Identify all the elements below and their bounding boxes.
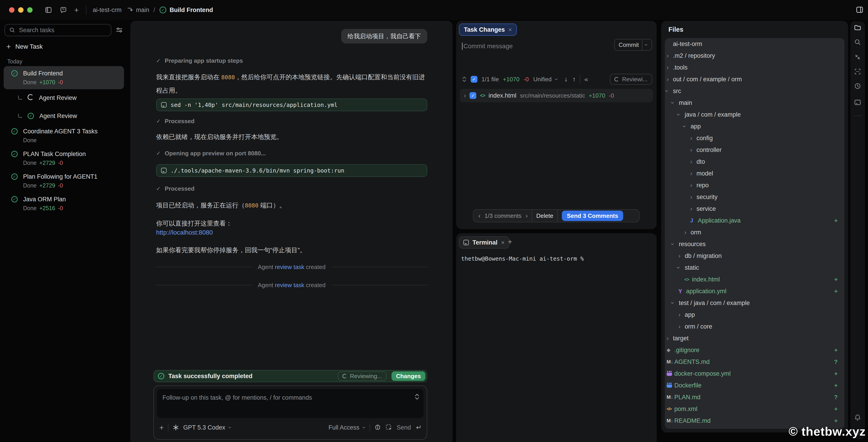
attach-icon[interactable]: + — [159, 423, 164, 432]
chevron-down-icon[interactable]: › — [678, 264, 685, 271]
command-box[interactable]: sed -n '1,40p' src/main/resources/applic… — [156, 98, 427, 111]
file-tree-row[interactable]: ›repo — [665, 179, 844, 191]
new-terminal-button[interactable]: + — [508, 237, 512, 246]
commit-message-input[interactable] — [463, 42, 590, 50]
file-tree-row[interactable]: ›resources — [665, 238, 844, 250]
file-checkbox[interactable]: ✓ — [469, 92, 476, 99]
model-selector[interactable]: GPT 5.3 Codex — [183, 424, 225, 431]
next-comment-icon[interactable]: › — [526, 212, 528, 219]
file-tree-row[interactable]: ›static — [665, 262, 844, 273]
frame-rail-icon[interactable] — [854, 68, 861, 75]
chevron-right-icon[interactable]: › — [690, 206, 696, 212]
file-tree-row[interactable]: ›main — [665, 97, 844, 109]
chevron-right-icon[interactable]: › — [666, 64, 673, 71]
tab-task-changes[interactable]: Task Changes × — [459, 24, 517, 36]
close-tab-icon[interactable]: × — [501, 239, 505, 246]
changes-button[interactable]: Changes — [392, 371, 425, 381]
file-tree-row[interactable]: <>index.html+ — [665, 273, 844, 285]
chevron-right-icon[interactable]: › — [666, 53, 673, 59]
file-tree-row[interactable]: ›config — [665, 132, 844, 144]
file-tree-row[interactable]: M↓AGENTS.md? — [665, 356, 844, 368]
reviewing-status-button[interactable]: Reviewing... — [338, 371, 387, 381]
files-rail-icon[interactable] — [854, 24, 861, 31]
reviewing-button[interactable]: Reviewi... — [610, 74, 652, 85]
new-tab-icon[interactable]: + — [74, 6, 79, 14]
next-change-icon[interactable]: ↓ — [564, 76, 567, 83]
changed-file-row[interactable]: › ✓ <> index.html src/main/resources/sta… — [460, 89, 653, 102]
file-tree-row[interactable]: ai-test-orm — [665, 38, 844, 50]
element-select-icon[interactable] — [385, 424, 393, 431]
followup-input-area[interactable] — [157, 389, 424, 418]
task-item[interactable]: ✓Java ORM PlanDone+2516-0 — [4, 193, 124, 215]
chevron-down-icon[interactable]: › — [670, 302, 676, 304]
review-task-link[interactable]: review task — [275, 282, 304, 289]
right-panel-toggle-icon[interactable] — [856, 6, 864, 13]
new-chat-icon[interactable] — [60, 6, 67, 13]
file-tree-row[interactable]: ›src — [665, 85, 844, 97]
file-tree-row[interactable]: ›dto — [665, 156, 844, 168]
chevron-down-icon[interactable]: › — [684, 123, 691, 129]
project-name[interactable]: ai-test-crm — [93, 6, 122, 13]
chevron-right-icon[interactable]: › — [684, 229, 691, 235]
file-tree-row[interactable]: docker-compose.yml+ — [665, 368, 844, 380]
chevron-right-icon[interactable]: › — [678, 253, 685, 259]
close-window-button[interactable] — [9, 7, 14, 13]
chevron-right-icon[interactable]: › — [690, 158, 696, 165]
chevron-down-icon[interactable]: › — [673, 100, 679, 106]
chevron-right-icon[interactable]: › — [464, 92, 466, 99]
select-all-checkbox[interactable]: ✓ — [471, 76, 477, 83]
file-tree-row[interactable]: ›orm / core — [665, 321, 844, 332]
file-tree-row[interactable]: JApplication.java+ — [665, 215, 844, 227]
diff-view-selector[interactable]: Unified — [533, 76, 552, 83]
file-tree-row[interactable]: ›.m2 / repository — [665, 50, 844, 62]
prev-change-icon[interactable]: ↑ — [572, 76, 576, 83]
sidebar-toggle-icon[interactable] — [45, 6, 52, 13]
file-tree-row[interactable]: M↓PLAN.md? — [665, 391, 844, 403]
chevron-down-icon[interactable]: › — [678, 111, 685, 118]
file-tree-row[interactable]: ›app — [665, 309, 844, 321]
discard-all-icon[interactable]: « — [584, 76, 588, 83]
expand-all-icon[interactable] — [462, 76, 467, 82]
followup-input[interactable] — [162, 394, 410, 401]
chevron-down-icon[interactable]: › — [681, 125, 688, 127]
task-item[interactable]: ✓PLAN Task CompletionDone+2729-0 — [4, 147, 124, 169]
prev-comment-icon[interactable]: ‹ — [478, 212, 480, 219]
task-item[interactable]: Agent Review — [4, 91, 124, 105]
task-item[interactable]: ✓Build FrontendDone+1070-0 — [4, 66, 124, 89]
tab-terminal[interactable]: Terminal × — [459, 236, 509, 248]
file-tree-row[interactable]: ›out / com / example / orm — [665, 73, 844, 85]
file-tree-row[interactable]: ›test / java / com / example — [665, 297, 844, 309]
branch-name[interactable]: main — [136, 6, 149, 13]
commit-button[interactable]: Commit › — [614, 39, 652, 51]
chevron-down-icon[interactable]: › — [676, 113, 682, 116]
chevron-down-icon[interactable]: › — [670, 243, 676, 245]
delete-comment-button[interactable]: Delete — [536, 212, 553, 219]
file-tree-row[interactable]: ›security — [665, 191, 844, 203]
chevron-right-icon[interactable]: › — [666, 76, 673, 82]
chevron-right-icon[interactable]: › — [690, 147, 696, 153]
file-tree-row[interactable]: ›model — [665, 168, 844, 179]
filter-icon[interactable] — [115, 26, 123, 34]
chevron-right-icon[interactable]: › — [678, 312, 685, 318]
file-tree-row[interactable]: ›app — [665, 120, 844, 132]
minimize-window-button[interactable] — [18, 7, 24, 13]
task-item[interactable]: ✓Coordinate AGENT 3 TasksDone — [4, 124, 124, 147]
file-tree-row[interactable]: Dockerfile+ — [665, 380, 844, 391]
new-task-button[interactable]: + New Task — [6, 42, 128, 51]
search-tasks-box[interactable] — [4, 24, 111, 36]
chevron-down-icon[interactable]: › — [673, 241, 679, 247]
terminal-prompt[interactable]: thetbw@Bowens-Mac-mini ai-test-orm % — [461, 256, 584, 262]
web-browsing-icon[interactable] — [374, 424, 381, 431]
bell-icon[interactable] — [854, 414, 861, 421]
task-item[interactable]: ✓Plan Following for AGENT1Done+2729-0 — [4, 170, 124, 192]
file-tree-row[interactable]: ›.tools — [665, 62, 844, 73]
access-selector[interactable]: Full Access — [329, 424, 360, 431]
chevron-down-icon[interactable]: › — [665, 90, 670, 92]
chevron-down-icon[interactable]: › — [666, 88, 673, 94]
file-tree-row[interactable]: ›orm — [665, 227, 844, 238]
file-tree-row[interactable]: Yapplication.yml+ — [665, 285, 844, 297]
chevron-right-icon[interactable]: › — [678, 323, 685, 330]
expand-composer-icon[interactable] — [414, 393, 420, 400]
file-tree-row[interactable]: ›service — [665, 203, 844, 215]
chevron-right-icon[interactable]: › — [690, 170, 696, 177]
